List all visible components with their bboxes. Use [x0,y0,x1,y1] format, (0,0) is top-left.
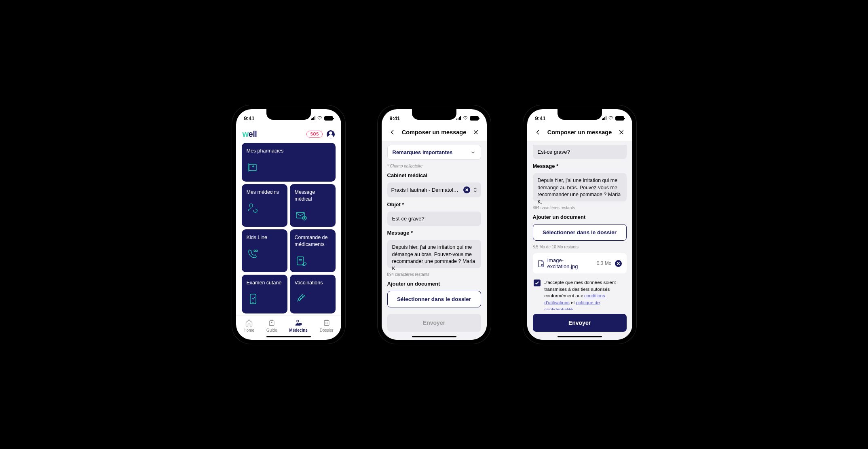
tile-doctors[interactable]: Mes médecins [242,184,287,227]
modal-title: Composer un message [402,129,467,136]
status-time: 9:41 [244,115,255,121]
clear-cabinet-button[interactable] [463,186,470,193]
notch [412,109,456,120]
close-button[interactable] [471,128,480,137]
attach-label: Ajouter un document [533,214,627,220]
tile-skin-exam[interactable]: Examen cutané [242,275,287,313]
char-counter: 894 caractères restants [533,205,627,210]
message-textarea[interactable]: Depuis hier, j'ai une irritation qui me … [387,240,481,268]
pharmacy-icon [247,161,260,174]
doctors-tab-icon [294,319,303,327]
tab-home[interactable]: Home [243,319,254,333]
syringe-icon [295,292,308,305]
svg-point-5 [256,250,258,252]
wifi-icon [317,115,323,121]
svg-rect-2 [296,212,304,218]
consent-text: J'accepte que mes données soient transmi… [545,279,626,310]
screen-home: 9:41 well SOS Mes pharmacies Mes médecin… [236,109,341,340]
signal-icon [311,116,315,120]
svg-text:LM: LM [325,322,328,324]
sos-badge[interactable]: SOS [306,131,322,138]
send-button[interactable]: Envoyer [533,314,627,332]
cabinet-label: Cabinet médical [387,172,481,178]
tile-label: Vaccinations [295,280,331,286]
tile-label: Commande de médicaments [295,234,331,248]
status-time: 9:41 [535,115,546,121]
battery-icon [324,116,333,121]
modal-header: Composer un message [527,127,632,141]
wifi-icon [463,115,468,121]
battery-icon [470,116,479,121]
home-indicator[interactable] [558,336,602,337]
svg-rect-0 [249,164,256,171]
screen-compose: 9:41 Composer un message Remarques impor… [382,109,487,340]
close-button[interactable] [617,128,626,137]
select-folder-button[interactable]: Sélectionner dans le dossier [387,291,481,307]
back-button[interactable] [534,128,543,137]
required-hint: * Champ obligatoire [387,164,481,168]
back-button[interactable] [388,128,397,137]
cabinet-value: Praxis Hautnah - Dermatolo... [391,187,460,193]
subject-label: Objet * [387,201,481,208]
profile-icon[interactable] [327,130,335,138]
status-icons [311,115,333,121]
battery-icon [615,116,624,121]
home-indicator[interactable] [412,336,456,337]
tab-label: Médecins [289,328,308,333]
file-size: 0.3 Mo [597,261,612,266]
consent-row: J'accepte que mes données soient transmi… [533,277,627,310]
select-folder-button[interactable]: Sélectionner dans le dossier [533,224,627,241]
file-icon [538,260,544,267]
mail-plus-icon [295,209,308,222]
svg-rect-9 [269,321,274,326]
tile-vaccinations[interactable]: Vaccinations [290,275,336,313]
app-logo: well [243,129,257,139]
tile-kids-line[interactable]: Kids Line [242,229,287,272]
tab-doctors[interactable]: Médecins [289,319,308,333]
send-button[interactable]: Envoyer [387,314,481,332]
dossier-icon: LM [322,319,331,327]
message-label: Message * [533,163,627,169]
svg-point-4 [254,250,256,252]
accordion-label: Remarques importantes [393,149,453,155]
attached-file-row: Image-excitation.jpg 0.3 Mo [533,253,627,273]
tab-label: Guide [266,328,277,333]
tab-dossier[interactable]: LM Dossier [320,319,334,333]
tab-label: Dossier [320,328,334,333]
tile-med-order[interactable]: Commande de médicaments [290,229,336,272]
size-remaining: 8.5 Mo de 10 Mo restants [533,245,627,249]
consent-checkbox[interactable] [534,280,541,286]
status-time: 9:41 [390,115,400,121]
status-icons [456,115,479,121]
modal-header: Composer un message [382,127,487,141]
remove-file-button[interactable] [615,260,622,267]
notch [558,109,602,120]
tile-pharmacies[interactable]: Mes pharmacies [242,143,336,182]
subject-input-partial[interactable]: Est-ce grave? [533,145,627,159]
phone-frame-3: 9:41 Composer un message Est-ce grave? M… [523,105,636,344]
tab-guide[interactable]: Guide [266,319,277,333]
stepper-icon[interactable] [473,187,477,193]
subject-input[interactable]: Est-ce grave? [387,212,481,226]
doctor-icon [247,202,260,215]
notch [266,109,311,120]
prescription-icon [295,254,308,267]
message-label: Message * [387,230,481,236]
signal-icon [602,116,606,120]
char-counter: 894 caractères restants [387,272,481,277]
important-notes-accordion[interactable]: Remarques importantes [387,145,481,160]
svg-point-1 [249,204,253,207]
file-name: Image-excitation.jpg [547,257,593,269]
message-textarea[interactable]: Depuis hier, j'ai une irritation qui me … [533,173,627,201]
status-icons [602,115,624,121]
tile-label: Mes médecins [247,189,283,196]
tile-medical-message[interactable]: Message médical [290,184,336,227]
tile-label: Kids Line [247,234,283,241]
tab-label: Home [243,328,254,333]
home-indicator[interactable] [266,336,311,337]
screen-compose-scrolled: 9:41 Composer un message Est-ce grave? M… [527,109,632,340]
tile-label: Examen cutané [247,280,283,286]
cabinet-select[interactable]: Praxis Hautnah - Dermatolo... [387,182,481,197]
phone-frame-2: 9:41 Composer un message Remarques impor… [378,105,491,344]
guide-icon [267,319,276,327]
